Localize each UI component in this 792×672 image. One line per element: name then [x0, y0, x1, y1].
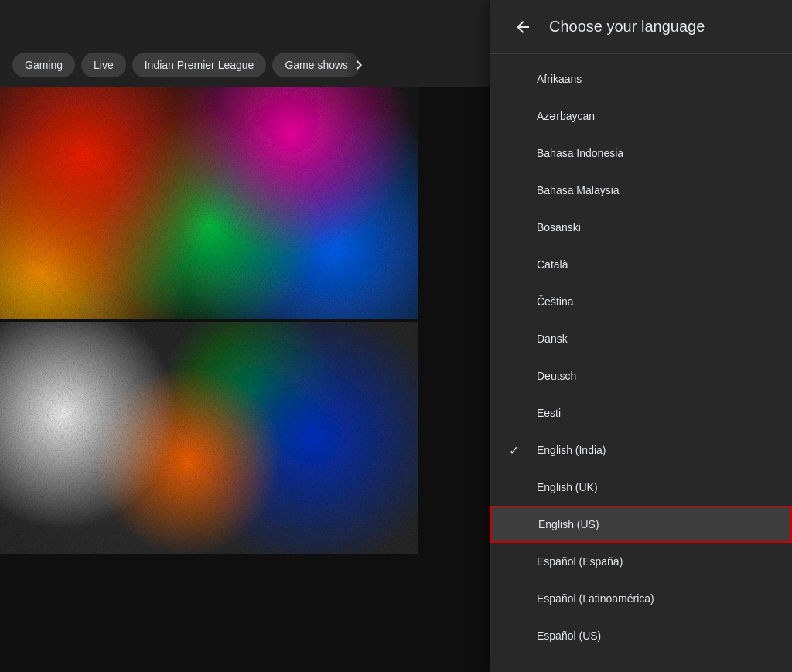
language-name: Afrikaans	[537, 73, 773, 85]
tabs-next-button[interactable]	[343, 43, 374, 87]
panel-title: Choose your language	[549, 18, 705, 36]
language-item-espanol-us[interactable]: ✓Español (US)	[490, 617, 792, 654]
tab-live[interactable]: Live	[81, 53, 126, 77]
checkmark-icon: ✓	[509, 443, 524, 458]
language-item-bahasa-malaysia[interactable]: ✓Bahasa Malaysia	[490, 172, 792, 209]
language-name: Eesti	[537, 407, 773, 419]
language-panel: Choose your language ✓Afrikaans✓Azərbayc…	[490, 0, 792, 672]
language-list: ✓Afrikaans✓Azərbaycan✓Bahasa Indonesia✓B…	[490, 54, 792, 672]
language-name: Deutsch	[537, 370, 773, 382]
language-name: Català	[537, 258, 773, 271]
language-item-bahasa-indonesia[interactable]: ✓Bahasa Indonesia	[490, 135, 792, 172]
language-name: Español (Latinoamérica)	[537, 592, 773, 605]
language-name: Bahasa Indonesia	[537, 147, 773, 159]
language-item-afrikaans[interactable]: ✓Afrikaans	[490, 60, 792, 97]
language-name: Dansk	[537, 333, 773, 345]
panel-header: Choose your language	[490, 0, 792, 54]
tab-gaming[interactable]: Gaming	[12, 53, 75, 77]
language-name: Azərbaycan	[537, 110, 773, 122]
language-item-english-india[interactable]: ✓English (India)	[490, 432, 792, 469]
language-item-deutsch[interactable]: ✓Deutsch	[490, 357, 792, 394]
language-item-english-us[interactable]: ✓English (US)	[490, 506, 792, 543]
main-content	[0, 87, 418, 672]
language-item-cestina[interactable]: ✓Čeština	[490, 283, 792, 320]
language-name: English (US)	[538, 518, 772, 530]
back-button[interactable]	[509, 13, 537, 41]
language-item-azerbaycan[interactable]: ✓Azərbaycan	[490, 97, 792, 135]
tab-ipl[interactable]: Indian Premier League	[132, 53, 267, 77]
language-item-dansk[interactable]: ✓Dansk	[490, 320, 792, 357]
chevron-right-icon	[350, 56, 368, 74]
video-grid	[0, 87, 418, 554]
language-item-espanol-espana[interactable]: ✓Español (España)	[490, 543, 792, 580]
video-thumbnail-1[interactable]	[0, 87, 418, 319]
language-name: English (UK)	[537, 481, 773, 493]
language-name: Čeština	[537, 295, 773, 308]
language-item-bosanski[interactable]: ✓Bosanski	[490, 209, 792, 246]
language-name: Bosanski	[537, 221, 773, 234]
language-item-eesti[interactable]: ✓Eesti	[490, 394, 792, 432]
language-name: Español (US)	[537, 629, 773, 642]
language-item-english-uk[interactable]: ✓English (UK)	[490, 469, 792, 506]
language-name: Español (España)	[537, 555, 773, 568]
language-name: English (India)	[537, 444, 773, 456]
language-name: Bahasa Malaysia	[537, 184, 773, 196]
video-thumbnail-2[interactable]	[0, 322, 418, 554]
back-arrow-icon	[514, 18, 532, 36]
language-item-catala[interactable]: ✓Català	[490, 246, 792, 283]
language-item-espanol-latinoamerica[interactable]: ✓Español (Latinoamérica)	[490, 580, 792, 617]
